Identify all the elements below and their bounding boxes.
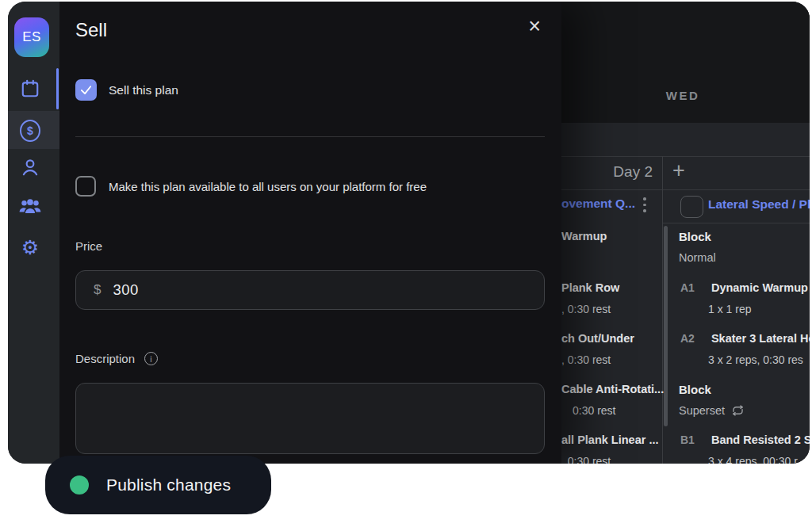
superset-cycle-icon bbox=[731, 405, 745, 416]
person-icon bbox=[20, 157, 40, 178]
block-label: Block bbox=[679, 230, 711, 243]
description-textarea[interactable] bbox=[75, 383, 545, 454]
kebab-menu-icon[interactable] bbox=[643, 197, 646, 212]
block-type: Normal bbox=[679, 251, 716, 264]
sidebar-item-profile[interactable] bbox=[20, 157, 40, 178]
exercise-detail: , 0:30 rest bbox=[561, 455, 611, 464]
nav-active-indicator bbox=[56, 68, 59, 109]
free-plan-checkbox[interactable] bbox=[75, 176, 96, 197]
exercise-name: Plank Row bbox=[561, 281, 619, 294]
column-divider bbox=[662, 156, 663, 464]
right-column-divider bbox=[663, 223, 810, 223]
exercise-tag: B1 bbox=[680, 433, 695, 446]
add-day-button[interactable]: + bbox=[667, 158, 691, 183]
workout-checkbox[interactable] bbox=[680, 196, 703, 218]
scrollbar-thumb[interactable] bbox=[664, 226, 668, 426]
exercise-name: Band Resisted 2 Step bbox=[711, 433, 810, 446]
divider bbox=[75, 136, 545, 137]
exercise-detail: , 0:30 rest bbox=[561, 303, 611, 315]
exercise-detail: 3 x 4 reps, 00:30 r bbox=[708, 455, 798, 464]
sell-modal: Sell × Sell this plan Make this plan ava… bbox=[59, 2, 561, 464]
modal-title: Sell bbox=[75, 19, 107, 41]
exercise-detail: 0:30 rest bbox=[573, 404, 615, 417]
sidebar-item-settings[interactable]: ⚙ bbox=[20, 237, 40, 258]
exercise-name: Cable Anti-Rotati... bbox=[561, 383, 664, 395]
exercise-detail: , 0:30 rest bbox=[561, 353, 611, 366]
close-icon[interactable]: × bbox=[528, 14, 541, 39]
exercise-name: ch Out/Under bbox=[561, 332, 634, 345]
sidebar: ES $ ⚙ bbox=[8, 2, 59, 464]
sidebar-item-calendar[interactable] bbox=[20, 78, 40, 99]
screenshot-stage: WED Day 2 + ovement Q... Warmup Plank Ro… bbox=[0, 0, 812, 527]
block-type: Superset bbox=[679, 404, 745, 417]
price-value: 300 bbox=[113, 281, 138, 299]
exercise-detail: 3 x 2 reps, 0:30 res bbox=[708, 353, 803, 366]
sell-this-plan-label: Sell this plan bbox=[109, 83, 178, 97]
exercise-row[interactable]: B1Band Resisted 2 Step bbox=[680, 433, 810, 446]
exercise-name: Warmup bbox=[561, 230, 607, 242]
calendar-icon bbox=[20, 78, 40, 99]
workout-title-right[interactable]: Lateral Speed / Plyo bbox=[708, 197, 810, 212]
publish-changes-button[interactable]: Publish changes bbox=[45, 456, 271, 514]
sell-this-plan-checkbox[interactable] bbox=[75, 79, 97, 101]
exercise-tag: A1 bbox=[680, 281, 695, 294]
exercise-row[interactable]: A2Skater 3 Lateral Hop bbox=[680, 332, 810, 345]
gear-icon: ⚙ bbox=[21, 238, 39, 258]
people-icon bbox=[18, 196, 42, 216]
exercise-name: Skater 3 Lateral Hop bbox=[711, 332, 810, 345]
exercise-tag: A2 bbox=[680, 332, 695, 345]
workout-title-left[interactable]: ovement Q... bbox=[561, 197, 635, 211]
weekday-label: WED bbox=[654, 89, 711, 102]
exercise-name: all Plank Linear ... bbox=[561, 433, 659, 446]
app-logo[interactable]: ES bbox=[14, 17, 49, 57]
app-window: WED Day 2 + ovement Q... Warmup Plank Ro… bbox=[8, 2, 810, 464]
info-icon[interactable]: i bbox=[144, 352, 158, 365]
exercise-detail: 1 x 1 rep bbox=[708, 303, 751, 315]
free-plan-label: Make this plan available to all users on… bbox=[109, 180, 427, 193]
check-icon bbox=[79, 83, 93, 97]
sidebar-item-payments[interactable]: $ bbox=[20, 120, 40, 141]
exercise-name: Dynamic Warmup bbox=[711, 281, 808, 294]
description-label: Description i bbox=[75, 352, 158, 365]
dollar-icon: $ bbox=[20, 120, 40, 142]
price-label: Price bbox=[75, 239, 102, 253]
status-dot-icon bbox=[70, 475, 89, 495]
exercise-row[interactable]: A1Dynamic Warmup bbox=[680, 281, 808, 294]
price-input[interactable]: $ 300 bbox=[75, 270, 545, 310]
publish-changes-label: Publish changes bbox=[106, 475, 231, 495]
block-label: Block bbox=[679, 383, 711, 396]
sidebar-item-clients[interactable] bbox=[18, 196, 42, 216]
currency-symbol: $ bbox=[94, 282, 101, 298]
